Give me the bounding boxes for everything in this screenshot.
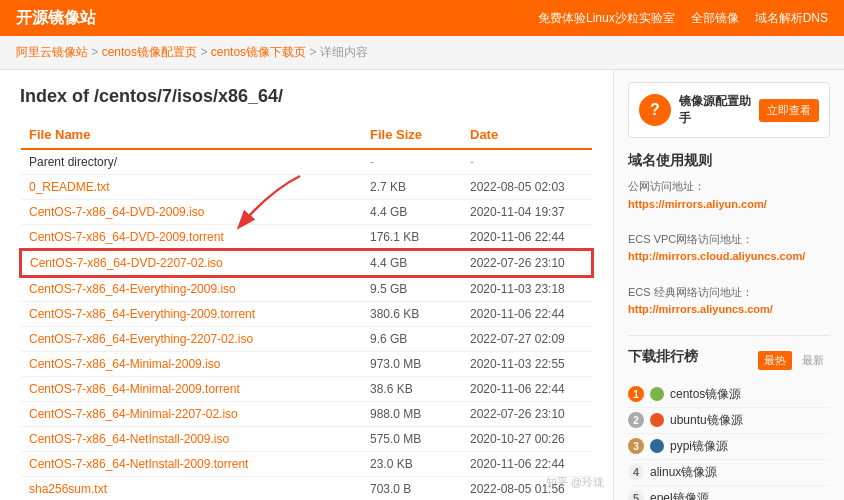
file-size: 4.4 GB: [362, 200, 462, 225]
table-row: Parent directory/--: [21, 149, 592, 175]
col-date: Date: [462, 121, 592, 149]
domain-section-title: 域名使用规则: [628, 152, 830, 170]
table-row: CentOS-7-x86_64-Minimal-2207-02.iso988.0…: [21, 402, 592, 427]
table-row: CentOS-7-x86_64-NetInstall-2009.iso575.0…: [21, 427, 592, 452]
rank-item[interactable]: 2ubuntu镜像源: [628, 408, 830, 434]
breadcrumb: 阿里云镜像站 > centos镜像配置页 > centos镜像下载页 > 详细内…: [0, 36, 844, 70]
rank-number: 3: [628, 438, 644, 454]
rank-number: 5: [628, 490, 644, 500]
file-size: 988.0 MB: [362, 402, 462, 427]
file-date: 2020-11-06 22:44: [462, 452, 592, 477]
file-size: 23.0 KB: [362, 452, 462, 477]
breadcrumb-centos-config[interactable]: centos镜像配置页: [102, 45, 197, 59]
file-link[interactable]: CentOS-7-x86_64-Minimal-2207-02.iso: [29, 407, 238, 421]
rank-tabs: 最热 最新: [758, 351, 830, 370]
file-date: 2022-07-26 23:10: [462, 402, 592, 427]
col-filename: File Name: [21, 121, 362, 149]
file-date: 2020-11-06 22:44: [462, 377, 592, 402]
file-size: 703.0 B: [362, 477, 462, 501]
file-size: -: [362, 149, 462, 175]
breadcrumb-home[interactable]: 阿里云镜像站: [16, 45, 88, 59]
file-date: 2020-11-03 23:18: [462, 276, 592, 302]
config-helper-card: ? 镜像源配置助手 立即查看: [628, 82, 830, 138]
nav-mirror[interactable]: 全部镜像: [691, 10, 739, 27]
file-link[interactable]: 0_README.txt: [29, 180, 110, 194]
file-date: 2020-11-06 22:44: [462, 302, 592, 327]
file-size: 2.7 KB: [362, 175, 462, 200]
table-row: CentOS-7-x86_64-Everything-2009.torrent3…: [21, 302, 592, 327]
rank-number: 2: [628, 412, 644, 428]
vpc-label: ECS VPC网络访问地址：: [628, 233, 753, 245]
table-row: CentOS-7-x86_64-DVD-2009.iso4.4 GB2020-1…: [21, 200, 592, 225]
file-link[interactable]: CentOS-7-x86_64-Minimal-2009.torrent: [29, 382, 240, 396]
classic-url[interactable]: http://mirrors.aliyuncs.com/: [628, 303, 773, 315]
rank-section: 下载排行榜 最热 最新 1centos镜像源2ubuntu镜像源3pypi镜像源…: [628, 348, 830, 500]
rank-item[interactable]: 5epel镜像源: [628, 486, 830, 500]
table-row: sha256sum.txt703.0 B2022-08-05 01:56: [21, 477, 592, 501]
file-size: 9.5 GB: [362, 276, 462, 302]
table-header-row: File Name File Size Date: [21, 121, 592, 149]
public-url[interactable]: https://mirrors.aliyun.com/: [628, 198, 767, 210]
table-row: CentOS-7-x86_64-Minimal-2009.iso973.0 MB…: [21, 352, 592, 377]
file-table: File Name File Size Date Parent director…: [20, 121, 593, 500]
header: 开源镜像站 免费体验Linux沙粒实验室 全部镜像 域名解析DNS: [0, 0, 844, 36]
file-size: 9.6 GB: [362, 327, 462, 352]
rank-item-label: epel镜像源: [650, 490, 709, 500]
rank-item[interactable]: 4alinux镜像源: [628, 460, 830, 486]
right-sidebar: ? 镜像源配置助手 立即查看 域名使用规则 公网访问地址： https://mi…: [614, 70, 844, 500]
table-row: CentOS-7-x86_64-Minimal-2009.torrent38.6…: [21, 377, 592, 402]
rank-item-label: ubuntu镜像源: [670, 412, 743, 429]
rank-icon: [650, 439, 664, 453]
rank-item[interactable]: 1centos镜像源: [628, 382, 830, 408]
file-size: 38.6 KB: [362, 377, 462, 402]
file-date: 2020-10-27 00:26: [462, 427, 592, 452]
file-link[interactable]: CentOS-7-x86_64-Everything-2009.torrent: [29, 307, 255, 321]
rank-list: 1centos镜像源2ubuntu镜像源3pypi镜像源4alinux镜像源5e…: [628, 382, 830, 500]
file-size: 176.1 KB: [362, 225, 462, 251]
config-helper-label: 镜像源配置助手: [679, 93, 751, 127]
rank-icon: [650, 387, 664, 401]
page-title: Index of /centos/7/isos/x86_64/: [20, 86, 593, 107]
rank-item[interactable]: 3pypi镜像源: [628, 434, 830, 460]
file-link[interactable]: sha256sum.txt: [29, 482, 107, 496]
classic-label: ECS 经典网络访问地址：: [628, 286, 753, 298]
file-link[interactable]: CentOS-7-x86_64-Minimal-2009.iso: [29, 357, 220, 371]
nav-lab[interactable]: 免费体验Linux沙粒实验室: [538, 10, 675, 27]
breadcrumb-centos-download[interactable]: centos镜像下载页: [211, 45, 306, 59]
table-wrapper: File Name File Size Date Parent director…: [20, 121, 593, 500]
file-link[interactable]: CentOS-7-x86_64-Everything-2009.iso: [29, 282, 236, 296]
table-row: 0_README.txt2.7 KB2022-08-05 02:03: [21, 175, 592, 200]
file-link[interactable]: CentOS-7-x86_64-DVD-2207-02.iso: [30, 256, 223, 270]
table-row: CentOS-7-x86_64-DVD-2009.torrent176.1 KB…: [21, 225, 592, 251]
domain-info: 公网访问地址： https://mirrors.aliyun.com/ ECS …: [628, 178, 830, 319]
rank-item-label: centos镜像源: [670, 386, 741, 403]
rank-tab-hot[interactable]: 最热: [758, 351, 792, 370]
site-logo[interactable]: 开源镜像站: [16, 8, 96, 29]
table-row: CentOS-7-x86_64-Everything-2009.iso9.5 G…: [21, 276, 592, 302]
public-label: 公网访问地址：: [628, 180, 705, 192]
file-link[interactable]: CentOS-7-x86_64-NetInstall-2009.torrent: [29, 457, 248, 471]
file-link[interactable]: CentOS-7-x86_64-DVD-2009.iso: [29, 205, 204, 219]
rank-number: 1: [628, 386, 644, 402]
file-link[interactable]: CentOS-7-x86_64-Everything-2207-02.iso: [29, 332, 253, 346]
file-date: 2020-11-06 22:44: [462, 225, 592, 251]
rank-tab-new[interactable]: 最新: [796, 351, 830, 370]
file-size: 575.0 MB: [362, 427, 462, 452]
domain-section: 域名使用规则 公网访问地址： https://mirrors.aliyun.co…: [628, 152, 830, 319]
table-row: CentOS-7-x86_64-Everything-2207-02.iso9.…: [21, 327, 592, 352]
file-link[interactable]: CentOS-7-x86_64-DVD-2009.torrent: [29, 230, 224, 244]
col-filesize: File Size: [362, 121, 462, 149]
nav-dns[interactable]: 域名解析DNS: [755, 10, 828, 27]
file-size: 973.0 MB: [362, 352, 462, 377]
config-helper-button[interactable]: 立即查看: [759, 99, 819, 122]
rank-number: 4: [628, 464, 644, 480]
table-row: CentOS-7-x86_64-DVD-2207-02.iso4.4 GB202…: [21, 250, 592, 276]
rank-item-label: pypi镜像源: [670, 438, 728, 455]
file-date: 2022-08-05 02:03: [462, 175, 592, 200]
file-date: 2020-11-04 19:37: [462, 200, 592, 225]
file-link[interactable]: CentOS-7-x86_64-NetInstall-2009.iso: [29, 432, 229, 446]
vpc-url[interactable]: http://mirrors.cloud.aliyuncs.com/: [628, 250, 805, 262]
header-nav: 免费体验Linux沙粒实验室 全部镜像 域名解析DNS: [538, 10, 828, 27]
breadcrumb-current: 详细内容: [320, 45, 368, 59]
rank-header: 下载排行榜 最热 最新: [628, 348, 830, 374]
